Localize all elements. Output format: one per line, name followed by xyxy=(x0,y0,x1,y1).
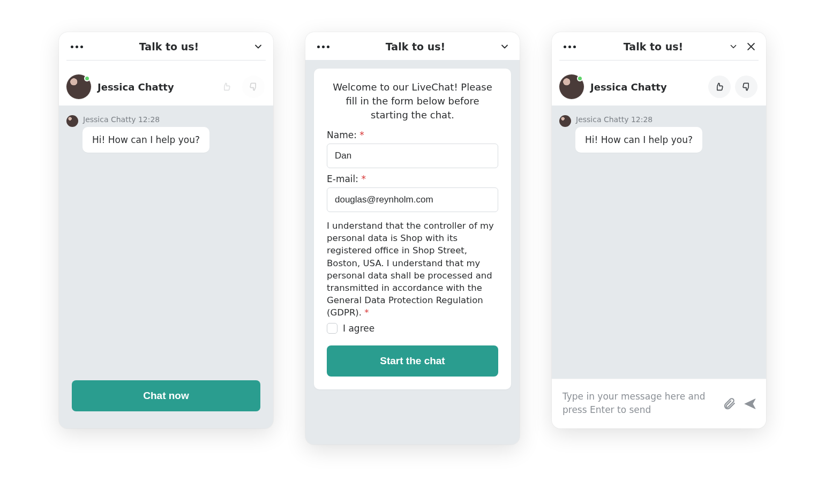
message-row: Jessica Chatty 12:28 Hi! How can I help … xyxy=(66,115,266,153)
thumbs-down-button[interactable] xyxy=(242,76,265,98)
message-avatar xyxy=(66,115,78,127)
message-meta: Jessica Chatty 12:28 xyxy=(575,115,702,124)
agree-checkbox[interactable] xyxy=(327,323,338,334)
online-status-dot xyxy=(577,76,583,81)
name-input[interactable] xyxy=(327,144,498,168)
more-icon[interactable] xyxy=(561,43,578,50)
legal-text: I understand that the controller of my p… xyxy=(327,220,498,319)
chat-widget-preview: Talk to us! Jessica Chatty xyxy=(59,32,273,428)
widget-header: Talk to us! xyxy=(552,32,766,68)
send-icon[interactable] xyxy=(742,397,758,411)
form-intro: Welcome to our LiveChat! Please fill in … xyxy=(327,80,498,122)
attach-icon[interactable] xyxy=(722,397,736,411)
divider xyxy=(559,60,759,61)
divider xyxy=(66,60,266,61)
more-icon[interactable] xyxy=(69,43,85,50)
widget-title: Talk to us! xyxy=(386,41,445,52)
thumbs-up-button[interactable] xyxy=(708,76,731,98)
chevron-down-icon[interactable] xyxy=(253,41,264,52)
chat-widget-live: Talk to us! Jessica Chatty xyxy=(552,32,766,428)
email-label: E-mail: * xyxy=(327,174,498,184)
prechat-form: Welcome to our LiveChat! Please fill in … xyxy=(314,69,511,389)
chat-now-button[interactable]: Chat now xyxy=(72,380,260,411)
message-avatar xyxy=(559,115,571,127)
close-icon[interactable] xyxy=(746,41,756,52)
message-bubble: Hi! How can I help you? xyxy=(82,127,209,153)
online-status-dot xyxy=(84,76,90,81)
chevron-down-icon[interactable] xyxy=(729,42,738,51)
message-row: Jessica Chatty 12:28 Hi! How can I help … xyxy=(559,115,759,153)
widget-header: Talk to us! xyxy=(59,32,273,68)
thumbs-down-button[interactable] xyxy=(735,76,758,98)
agent-avatar xyxy=(66,74,91,99)
email-input[interactable] xyxy=(327,187,498,212)
message-composer xyxy=(552,379,766,428)
agent-name: Jessica Chatty xyxy=(590,81,667,93)
chat-widget-form: Talk to us! Welcome to our LiveChat! Ple… xyxy=(305,32,520,445)
thumbs-up-button[interactable] xyxy=(215,76,238,98)
widget-header: Talk to us! xyxy=(305,32,520,60)
agent-bar: Jessica Chatty xyxy=(59,68,273,106)
start-chat-button[interactable]: Start the chat xyxy=(327,345,498,377)
chat-body: Jessica Chatty 12:28 Hi! How can I help … xyxy=(59,106,273,428)
agent-bar: Jessica Chatty xyxy=(552,68,766,106)
agent-avatar xyxy=(559,74,584,99)
chevron-down-icon[interactable] xyxy=(499,41,510,52)
widget-title: Talk to us! xyxy=(624,41,683,52)
message-meta: Jessica Chatty 12:28 xyxy=(82,115,209,124)
chat-body: Jessica Chatty 12:28 Hi! How can I help … xyxy=(552,106,766,379)
widget-title: Talk to us! xyxy=(139,41,199,52)
agent-name: Jessica Chatty xyxy=(98,81,174,93)
message-bubble: Hi! How can I help you? xyxy=(575,127,702,153)
name-label: Name: * xyxy=(327,130,498,140)
more-icon[interactable] xyxy=(315,43,332,50)
agree-label: I agree xyxy=(343,323,374,334)
message-input[interactable] xyxy=(561,389,715,419)
